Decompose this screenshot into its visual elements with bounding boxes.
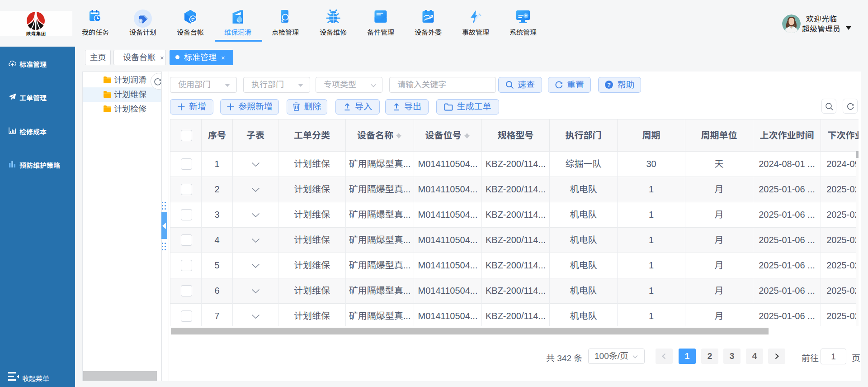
svg-text:?: ? (608, 81, 611, 88)
